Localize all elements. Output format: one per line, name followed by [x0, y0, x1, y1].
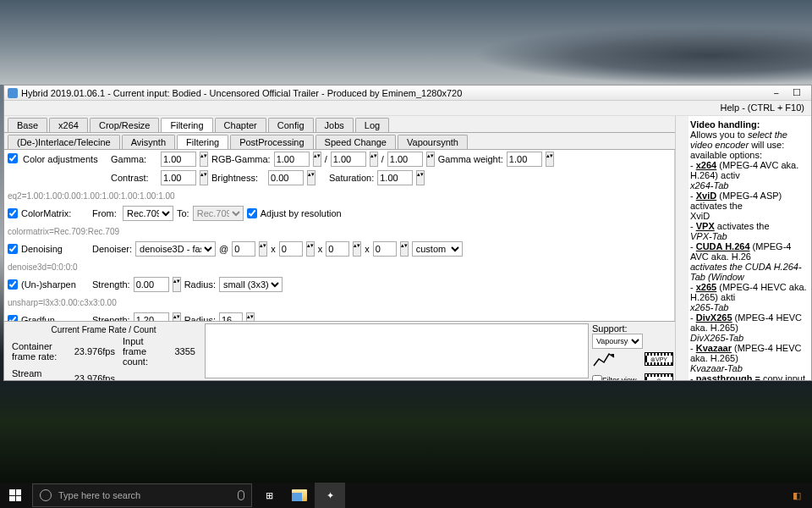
- tab-x264[interactable]: x264: [49, 118, 88, 132]
- help-panel: Video handling: Allows you to select the…: [689, 116, 811, 380]
- tab-chapter[interactable]: Chapter: [215, 118, 266, 132]
- cortana-icon: [40, 489, 52, 501]
- support-select[interactable]: Vapoursynth: [592, 334, 643, 349]
- preview-box: [205, 323, 589, 378]
- sub-tabs: (De-)Interlace/TelecineAvisynthFiltering…: [4, 133, 675, 150]
- help-bar[interactable]: Help - (CTRL + F10): [4, 101, 811, 116]
- gradfun-strength[interactable]: [134, 312, 169, 321]
- denoiser-select[interactable]: denoise3D - fast: [135, 241, 216, 257]
- filterview-checkbox[interactable]: [592, 375, 602, 380]
- app-window: Hybrid 2019.01.06.1 - Current input: Bod…: [3, 85, 812, 381]
- maximize-button[interactable]: ☐: [786, 87, 808, 98]
- gamma-spin[interactable]: ▴▾: [200, 152, 208, 167]
- denoise-checkbox[interactable]: [8, 244, 18, 254]
- brightness-input[interactable]: [268, 170, 304, 185]
- bottom-panel: Current Frame Rate / Count Container fra…: [4, 321, 675, 380]
- tab-base[interactable]: Base: [8, 118, 47, 132]
- saturation-input[interactable]: [377, 170, 413, 185]
- taskbar: Type here to search ⊞ ✦ ◧: [0, 483, 812, 508]
- frame-info: Current Frame Rate / Count Container fra…: [4, 322, 203, 380]
- mic-icon: [238, 490, 244, 500]
- subtab-filtering[interactable]: Filtering: [177, 135, 228, 149]
- main-tabs: Basex264Crop/ResizeFilteringChapterConfi…: [4, 116, 675, 133]
- subtab-vapoursynth[interactable]: Vapoursynth: [398, 135, 468, 149]
- adjust-res-checkbox[interactable]: [247, 208, 257, 218]
- tab-config[interactable]: Config: [268, 118, 314, 132]
- tab-log[interactable]: Log: [355, 118, 389, 132]
- gradfun-checkbox[interactable]: [8, 315, 18, 321]
- film-vpy-icon[interactable]: ⊚VPY: [645, 352, 673, 366]
- filter-panel: Color adjustments Gamma: ▴▾ RGB-Gamma: ▴…: [4, 150, 675, 321]
- main-scrollbar[interactable]: [675, 116, 689, 380]
- minimize-button[interactable]: −: [767, 88, 786, 98]
- rgb1-input[interactable]: [274, 152, 310, 167]
- colormatrix-checkbox[interactable]: [8, 208, 18, 218]
- explorer-icon[interactable]: [284, 483, 315, 508]
- tab-crop/resize[interactable]: Crop/Resize: [90, 118, 160, 132]
- subtab-avisynth[interactable]: Avisynth: [122, 135, 175, 149]
- taskview-icon[interactable]: ⊞: [254, 483, 284, 508]
- colormatrix-from[interactable]: Rec.709: [123, 206, 173, 221]
- titlebar[interactable]: Hybrid 2019.01.06.1 - Current input: Bod…: [4, 86, 811, 101]
- search-box[interactable]: Type here to search: [32, 483, 252, 507]
- sharpen-strength[interactable]: [134, 277, 169, 292]
- gradfun-radius[interactable]: [219, 312, 243, 321]
- rgb3-input[interactable]: [387, 152, 423, 167]
- subtab-speedchange[interactable]: Speed Change: [315, 135, 396, 149]
- sharpen-radius[interactable]: small (3x3): [219, 277, 283, 292]
- tray-icon[interactable]: ◧: [782, 483, 812, 508]
- coloradj-hint: eq2=1.00:1.00:0.00:1.00:1.00:1.00:1.00:1…: [4, 187, 674, 204]
- start-button[interactable]: [0, 483, 30, 508]
- gammaweight-input[interactable]: [507, 152, 542, 167]
- tab-filtering[interactable]: Filtering: [161, 118, 212, 132]
- app-taskbar-icon[interactable]: ✦: [315, 483, 345, 508]
- windows-icon: [9, 489, 21, 501]
- graph-icon[interactable]: [592, 351, 616, 367]
- tab-jobs[interactable]: Jobs: [315, 118, 354, 132]
- unsharpen-checkbox[interactable]: [8, 279, 18, 290]
- contrast-input[interactable]: [161, 170, 196, 185]
- rgb2-input[interactable]: [331, 152, 366, 167]
- app-icon: [8, 88, 18, 98]
- subtab-deinterlacetelecine[interactable]: (De-)Interlace/Telecine: [8, 135, 120, 149]
- film-eye-icon[interactable]: ⊚: [645, 373, 673, 380]
- window-title: Hybrid 2019.01.06.1 - Current input: Bod…: [21, 88, 767, 98]
- gamma-input[interactable]: [161, 152, 196, 167]
- coloradj-label: Color adjustments: [23, 154, 107, 164]
- subtab-postprocessing[interactable]: PostProcessing: [230, 135, 313, 149]
- colormatrix-to: Rec.709: [193, 206, 244, 221]
- denoise-mode[interactable]: custom: [412, 241, 463, 257]
